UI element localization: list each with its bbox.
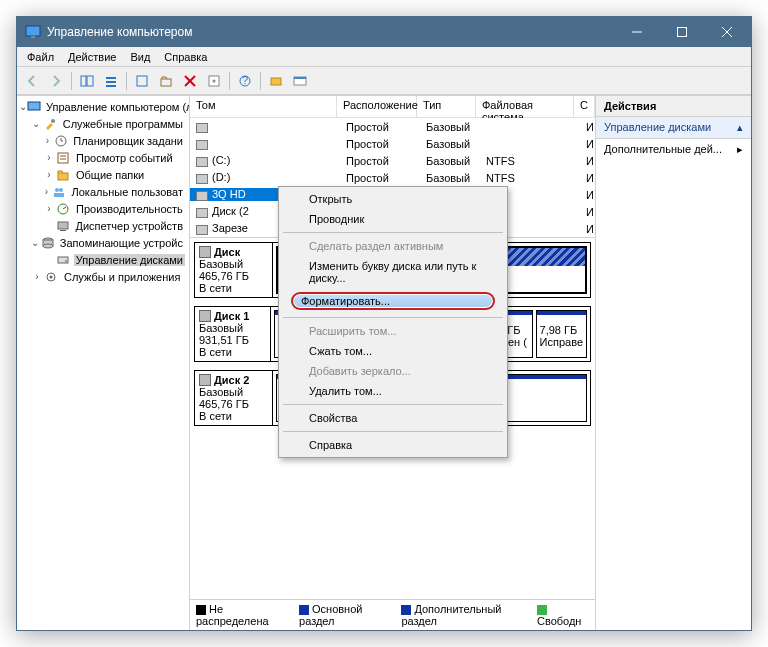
storage-icon [41, 235, 55, 251]
tree-diskmgmt[interactable]: Управление дисками [19, 251, 187, 268]
ctx-open[interactable]: Открыть [281, 189, 505, 209]
volume-box[interactable]: 7,98 ГБИсправе [536, 310, 587, 358]
toolbar-btn-4[interactable] [155, 70, 177, 92]
refresh-icon[interactable] [131, 70, 153, 92]
volume-row[interactable]: (D:)ПростойБазовыйNTFSИ [190, 169, 595, 186]
ctx-props[interactable]: Свойства [281, 408, 505, 428]
menu-view[interactable]: Вид [124, 49, 156, 65]
svg-rect-3 [677, 28, 686, 37]
toolbar-btn-8[interactable] [265, 70, 287, 92]
menubar: Файл Действие Вид Справка [17, 47, 751, 67]
ctx-shrink[interactable]: Сжать том... [281, 341, 505, 361]
actions-more[interactable]: Дополнительные дей...▸ [596, 139, 751, 160]
users-icon [52, 184, 67, 200]
tree-root[interactable]: ⌄Управление компьютером (л [19, 98, 187, 115]
help-icon[interactable]: ? [234, 70, 256, 92]
disk-icon [55, 252, 71, 268]
menu-action[interactable]: Действие [62, 49, 122, 65]
ctx-explorer[interactable]: Проводник [281, 209, 505, 229]
svg-point-23 [51, 119, 55, 123]
col-fs[interactable]: Файловая система [476, 96, 574, 117]
ctx-active: Сделать раздел активным [281, 236, 505, 256]
ctx-mirror: Добавить зеркало... [281, 361, 505, 381]
toolbar-btn-2[interactable] [100, 70, 122, 92]
window-title: Управление компьютером [47, 25, 614, 39]
tree-storage[interactable]: ⌄Запоминающие устройс [19, 234, 187, 251]
maximize-button[interactable] [659, 17, 704, 47]
ctx-help[interactable]: Справка [281, 435, 505, 455]
tree-services[interactable]: ›Службы и приложения [19, 268, 187, 285]
delete-icon[interactable] [179, 70, 201, 92]
svg-rect-19 [271, 78, 281, 85]
svg-point-40 [43, 244, 53, 248]
tree-devmgr[interactable]: Диспетчер устройств [19, 217, 187, 234]
tree-users[interactable]: ›Локальные пользоват [19, 183, 187, 200]
ctx-format[interactable]: Форматировать... [281, 288, 505, 314]
svg-rect-30 [58, 173, 68, 180]
svg-rect-37 [60, 230, 66, 231]
disk-icon [199, 374, 211, 386]
actions-group[interactable]: Управление дисками▴ [596, 117, 751, 139]
device-icon [55, 218, 71, 234]
titlebar: Управление компьютером [17, 17, 751, 47]
actions-panel: Действия Управление дисками▴ Дополнитель… [596, 96, 751, 630]
volume-row[interactable]: ПростойБазовыйИ [190, 135, 595, 152]
disk-icon [199, 310, 211, 322]
svg-rect-27 [58, 153, 68, 163]
ctx-extend: Расширить том... [281, 321, 505, 341]
svg-rect-6 [81, 76, 86, 86]
toolbar-btn-9[interactable] [289, 70, 311, 92]
ctx-delete[interactable]: Удалить том... [281, 381, 505, 401]
svg-rect-9 [106, 81, 116, 83]
svg-point-16 [213, 79, 216, 82]
services-icon [43, 269, 59, 285]
svg-rect-12 [161, 79, 171, 86]
drive-icon [196, 208, 208, 218]
svg-point-44 [50, 275, 53, 278]
app-icon [25, 24, 41, 40]
tree-perf[interactable]: ›Производительность [19, 200, 187, 217]
svg-rect-7 [87, 76, 93, 86]
menu-help[interactable]: Справка [158, 49, 213, 65]
col-layout[interactable]: Расположение [337, 96, 417, 117]
collapse-icon: ▴ [737, 121, 743, 134]
nav-back-icon [21, 70, 43, 92]
actions-title: Действия [596, 96, 751, 117]
tree-utilities[interactable]: ⌄Служебные программы [19, 115, 187, 132]
tree-events[interactable]: ›Просмотр событий [19, 149, 187, 166]
svg-rect-8 [106, 77, 116, 79]
menu-file[interactable]: Файл [21, 49, 60, 65]
toolbar-btn-1[interactable] [76, 70, 98, 92]
svg-rect-0 [26, 26, 40, 36]
volume-row[interactable]: (C:)ПростойБазовыйNTFSИ [190, 152, 595, 169]
svg-rect-36 [58, 222, 68, 229]
drive-icon [196, 123, 208, 133]
chevron-right-icon: ▸ [737, 143, 743, 156]
tree-shared[interactable]: ›Общие папки [19, 166, 187, 183]
drive-icon [196, 157, 208, 167]
svg-rect-11 [137, 76, 147, 86]
tools-icon [42, 116, 58, 132]
svg-text:?: ? [242, 74, 248, 86]
svg-rect-10 [106, 85, 116, 87]
perf-icon [55, 201, 71, 217]
drive-icon [196, 140, 208, 150]
context-menu: Открыть Проводник Сделать раздел активны… [278, 186, 508, 458]
toolbar: ? [17, 67, 751, 95]
folder-icon [55, 167, 71, 183]
properties-icon[interactable] [203, 70, 225, 92]
tree-scheduler[interactable]: ›Планировщик задани [19, 132, 187, 149]
volume-row[interactable]: ПростойБазовыйИ [190, 118, 595, 135]
svg-rect-41 [58, 257, 68, 263]
events-icon [55, 150, 71, 166]
svg-point-42 [65, 260, 67, 262]
col-volume[interactable]: Том [190, 96, 337, 117]
disk-icon [199, 246, 211, 258]
ctx-change-letter[interactable]: Изменить букву диска или путь к диску... [281, 256, 505, 288]
svg-rect-1 [31, 36, 35, 38]
col-type[interactable]: Тип [417, 96, 476, 117]
close-button[interactable] [704, 17, 749, 47]
col-status[interactable]: С [574, 96, 595, 117]
minimize-button[interactable] [614, 17, 659, 47]
tree-panel: ⌄Управление компьютером (л ⌄Служебные пр… [17, 96, 190, 630]
